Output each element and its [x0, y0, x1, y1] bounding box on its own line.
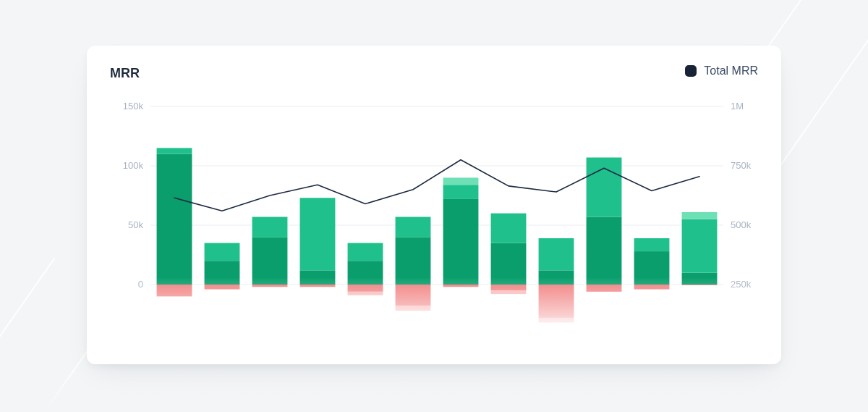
x-tick: Sep: [595, 351, 612, 362]
y-left-tick: 100k: [123, 160, 144, 171]
bar-neg_mid: [157, 285, 192, 296]
x-tick: Jul: [503, 351, 515, 362]
legend-label: Total MRR: [704, 64, 758, 77]
bar-pos_mid: [252, 217, 288, 237]
x-tick: Mar: [310, 351, 326, 362]
bar-neg_mid: [682, 285, 718, 285]
bar-neg_mid: [587, 285, 622, 292]
bar-neg_mid: [348, 285, 383, 292]
bar-pos_dark: [396, 237, 431, 285]
page-background: MRR Total MRR -50k00250k50k500k100k750k1…: [0, 0, 868, 412]
y-left-tick: -50k: [125, 338, 144, 349]
bar-neg_mid: [443, 285, 479, 287]
x-tick: Jun: [454, 351, 469, 362]
bar-pos_dark: [443, 199, 479, 285]
mrr-card: MRR Total MRR -50k00250k50k500k100k750k1…: [87, 46, 781, 364]
bar-pos_mid: [157, 148, 192, 154]
x-tick: Jan: [215, 351, 230, 362]
bar-pos_dark: [252, 237, 288, 285]
y-left-tick: 0: [138, 279, 143, 290]
x-tick: Oct: [644, 351, 660, 362]
bar-pos_dark: [634, 251, 670, 285]
bar-pos_mid: [634, 238, 670, 251]
bar-neg_mid: [634, 285, 670, 290]
bar-pos_dark: [491, 243, 527, 285]
y-right-tick: 0: [731, 338, 736, 349]
legend: Total MRR: [685, 64, 758, 77]
bar-neg_light: [396, 306, 431, 311]
x-tick: Feb: [262, 351, 278, 362]
bar-pos_mid: [443, 185, 479, 199]
bar-neg_mid: [205, 285, 240, 290]
bar-pos_light: [682, 212, 718, 219]
x-tick: Nov: [691, 351, 708, 362]
bar-neg_mid: [396, 285, 431, 306]
card-title: MRR: [110, 66, 140, 81]
y-right-tick: 750k: [731, 160, 752, 171]
bar-pos_mid: [348, 243, 383, 261]
bar-pos_mid: [682, 219, 718, 273]
bar-pos_dark: [205, 261, 240, 285]
bar-neg_light: [348, 292, 383, 295]
bar-pos_dark: [682, 273, 718, 285]
x-tick: Apr: [358, 351, 373, 362]
bar-neg_mid: [252, 285, 288, 287]
y-left-tick: 150k: [123, 102, 144, 112]
y-left-tick: 50k: [128, 219, 143, 230]
mrr-chart: -50k00250k50k500k100k750k150k1MDecJanFeb…: [110, 102, 758, 364]
bar-neg_light: [491, 290, 527, 294]
bar-neg_mid: [491, 285, 527, 290]
bar-pos_mid: [539, 238, 574, 270]
bar-pos_dark: [539, 270, 574, 285]
bar-pos_dark: [348, 261, 383, 285]
bar-pos_mid: [587, 158, 622, 217]
bar-pos_mid: [396, 217, 431, 237]
y-right-tick: 250k: [731, 279, 752, 290]
bar-neg_mid: [539, 285, 574, 318]
bar-pos_dark: [157, 154, 192, 285]
x-tick: May: [404, 351, 422, 362]
page-bottom-fade: [0, 369, 868, 412]
bar-pos_mid: [491, 214, 527, 243]
bar-pos_mid: [300, 198, 336, 270]
chart-area: -50k00250k50k500k100k750k150k1MDecJanFeb…: [110, 102, 758, 364]
x-tick: Dec: [166, 351, 183, 362]
bar-neg_mid: [300, 285, 336, 287]
square-icon: [685, 65, 697, 77]
x-tick: Aug: [548, 351, 564, 362]
bar-pos_light: [443, 177, 479, 185]
bar-pos_dark: [300, 270, 336, 285]
y-right-tick: 1M: [731, 102, 744, 112]
bar-neg_light: [539, 318, 574, 323]
y-right-tick: 500k: [731, 219, 752, 230]
bar-pos_mid: [205, 243, 240, 261]
bar-pos_dark: [587, 217, 622, 285]
